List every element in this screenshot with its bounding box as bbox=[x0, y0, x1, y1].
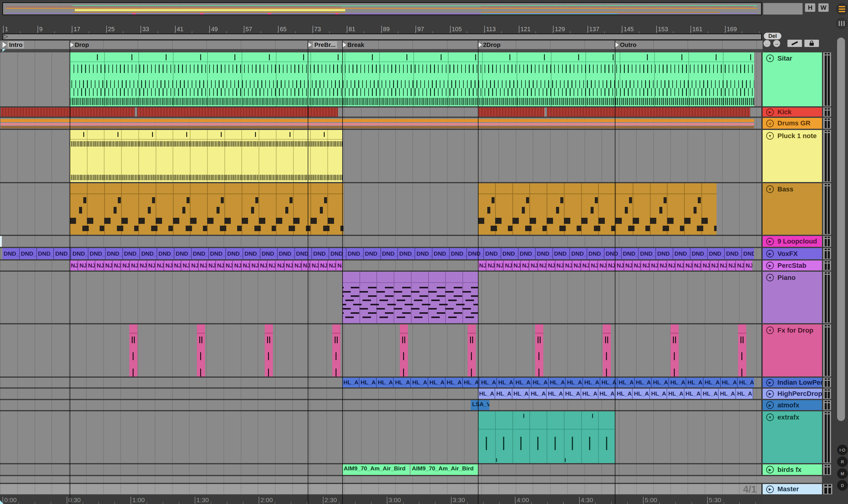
clip-cell[interactable]: DND_ bbox=[20, 248, 37, 259]
clip-cell[interactable]: NJ bbox=[328, 260, 336, 270]
clip[interactable] bbox=[468, 324, 476, 377]
locator-2drop[interactable]: 2Drop bbox=[478, 41, 501, 49]
clip-cell[interactable]: HL_A bbox=[411, 378, 428, 388]
fold-icon[interactable]: ▼ bbox=[766, 55, 774, 62]
track-lane[interactable]: NJNJNJNJNJNJNJNJNJNJNJNJNJNJNJNJNJNJNJNJ… bbox=[0, 260, 761, 270]
next-locator-button[interactable]: → bbox=[773, 40, 780, 47]
clip-cell[interactable]: HL_A bbox=[738, 378, 754, 388]
track-lane[interactable] bbox=[0, 52, 761, 106]
clip-cell[interactable]: DND_ bbox=[2, 248, 20, 259]
track-lane[interactable]: HL_AHL_AHL_AHL_AHL_AHL_AHL_AHL_AHL_AHL_A… bbox=[0, 389, 761, 399]
clip-cell[interactable]: NJ bbox=[130, 260, 139, 270]
clip-cell[interactable]: NJ bbox=[156, 260, 164, 270]
locator-intro[interactable]: Intro bbox=[2, 41, 24, 49]
clip[interactable]: AIM9_70_Am_Air_Bird bbox=[342, 464, 410, 475]
clip-cell[interactable]: NJ bbox=[199, 260, 207, 270]
fold-icon[interactable]: ▼ bbox=[766, 413, 774, 421]
track-header[interactable]: ▶ birds fx bbox=[763, 464, 822, 475]
locator-break[interactable]: Break bbox=[342, 41, 364, 49]
track-header[interactable]: ▼ Bass bbox=[763, 183, 822, 235]
clip-cell[interactable]: NJ bbox=[164, 260, 173, 270]
clip-cell[interactable]: NJ bbox=[572, 260, 581, 270]
track-lane[interactable] bbox=[0, 108, 761, 116]
track-lane[interactable] bbox=[0, 130, 761, 182]
clip[interactable]: LSA_V bbox=[471, 400, 489, 410]
clip-cell[interactable]: NJ bbox=[564, 260, 572, 270]
clip[interactable] bbox=[478, 411, 615, 463]
play-icon[interactable]: ▶ bbox=[766, 262, 774, 269]
clip-cell[interactable]: DND_ bbox=[140, 248, 157, 259]
delete-locator-button[interactable]: Del bbox=[764, 33, 781, 39]
clip-cell[interactable]: DND_ bbox=[708, 248, 725, 259]
clip-cell[interactable]: HL_A bbox=[701, 389, 719, 399]
clip-cell[interactable]: DND_ bbox=[346, 248, 364, 259]
rail-button-r[interactable]: R bbox=[837, 456, 848, 467]
clip-cell[interactable]: HL_A bbox=[428, 378, 446, 388]
clip-cell[interactable]: NJ bbox=[78, 260, 87, 270]
clip-cell[interactable]: DND_ bbox=[398, 248, 415, 259]
clip[interactable] bbox=[547, 108, 750, 116]
menu-icon[interactable] bbox=[836, 3, 848, 15]
clip-cell[interactable]: HL_A bbox=[669, 378, 686, 388]
clip-cell[interactable]: DND_ bbox=[157, 248, 175, 259]
track-lane[interactable] bbox=[0, 183, 761, 235]
clip-cell[interactable]: NJ bbox=[701, 260, 710, 270]
clip-cell[interactable]: HL_A bbox=[635, 378, 652, 388]
clip-cell[interactable]: DND_ bbox=[690, 248, 708, 259]
clip-cell[interactable]: DND_ bbox=[587, 248, 605, 259]
clip-cell[interactable]: DND_ bbox=[484, 248, 501, 259]
master-lane[interactable]: 4/1 bbox=[0, 484, 761, 494]
clip-cell[interactable]: DND_ bbox=[54, 248, 71, 259]
clip[interactable] bbox=[478, 183, 717, 235]
arrangement-overview[interactable] bbox=[2, 2, 762, 15]
loop-brace-row[interactable]: ▷ bbox=[2, 34, 762, 40]
track-lane[interactable]: LSA_V bbox=[0, 400, 761, 410]
clip-cell[interactable]: NJ bbox=[250, 260, 259, 270]
clip-cell[interactable]: DND_ bbox=[192, 248, 209, 259]
vertical-scrollbar[interactable] bbox=[837, 38, 845, 421]
clip[interactable] bbox=[70, 183, 343, 235]
clip-cell[interactable]: HL_A bbox=[564, 389, 581, 399]
clip-cell[interactable]: NJ bbox=[207, 260, 216, 270]
clip-cell[interactable]: NJ bbox=[173, 260, 181, 270]
clip-cell[interactable]: DND_ bbox=[519, 248, 536, 259]
clip-cell[interactable]: DND_ bbox=[639, 248, 656, 259]
track-header[interactable]: ▼ Fx for Drop bbox=[763, 324, 822, 377]
clip[interactable] bbox=[70, 130, 342, 182]
locator-prebr-[interactable]: PreBr... bbox=[308, 41, 337, 49]
clip[interactable] bbox=[1, 118, 754, 129]
group-icon[interactable]: ≡ bbox=[766, 120, 774, 127]
clip-cell[interactable]: DND_ bbox=[656, 248, 673, 259]
clip-cell[interactable]: DND_ bbox=[742, 248, 754, 259]
clip[interactable] bbox=[535, 324, 543, 377]
clip-cell[interactable]: HL_A bbox=[446, 378, 463, 388]
track-header[interactable]: ▶ VoxFX bbox=[763, 248, 822, 259]
clip[interactable] bbox=[342, 272, 478, 323]
clip[interactable] bbox=[1, 108, 135, 116]
clip-cell[interactable]: NJ bbox=[504, 260, 512, 270]
clip-cell[interactable]: HL_A bbox=[736, 389, 753, 399]
clip-cell[interactable]: NJ bbox=[624, 260, 633, 270]
rail-button-io[interactable]: I·O bbox=[837, 445, 848, 455]
clip-cell[interactable]: NJ bbox=[181, 260, 190, 270]
clip-cell[interactable]: HL_A bbox=[495, 389, 512, 399]
clip-cell[interactable]: DND_ bbox=[278, 248, 295, 259]
clip-cell[interactable]: NJ bbox=[581, 260, 590, 270]
clip[interactable] bbox=[400, 324, 408, 377]
fold-icon[interactable]: ▼ bbox=[766, 132, 774, 140]
clip-cell[interactable]: DND_ bbox=[622, 248, 639, 259]
clip-cell[interactable]: NJ bbox=[70, 260, 78, 270]
clip-cell[interactable]: NJ bbox=[87, 260, 95, 270]
clip-cell[interactable]: DND_ bbox=[725, 248, 742, 259]
clip[interactable] bbox=[70, 52, 754, 106]
clip-cell[interactable]: NJ bbox=[285, 260, 293, 270]
clip-cell[interactable]: NJ bbox=[547, 260, 555, 270]
clip-cell[interactable]: NJ bbox=[607, 260, 615, 270]
clip-cell[interactable]: HL_A bbox=[514, 378, 531, 388]
clip-cell[interactable]: DND_ bbox=[295, 248, 312, 259]
clip-cell[interactable]: NJ bbox=[538, 260, 547, 270]
clip-cell[interactable]: HL_A bbox=[617, 378, 635, 388]
clip-cell[interactable]: NJ bbox=[224, 260, 233, 270]
clip-cell[interactable]: HL_A bbox=[581, 389, 598, 399]
clip-cell[interactable]: NJ bbox=[710, 260, 719, 270]
